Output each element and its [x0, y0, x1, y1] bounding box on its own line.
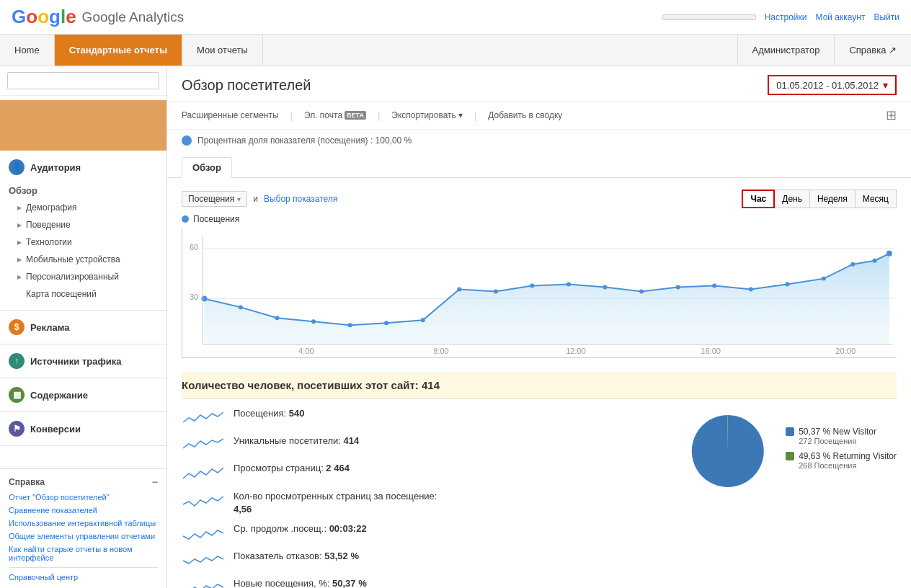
help-link-1[interactable]: Отчет "Обзор посетителей" — [9, 491, 158, 504]
line-chart: 60 30 4:00 8:00 12:00 16:00 20:00 — [182, 228, 897, 358]
time-btn-week[interactable]: Неделя — [809, 190, 856, 208]
new-visitor-visits: 272 Посещения — [799, 437, 876, 445]
time-btn-month[interactable]: Месяц — [855, 190, 897, 208]
stat-row-unique: Уникальные посетители: 414 — [182, 435, 637, 455]
nav-home[interactable]: Home — [0, 35, 55, 66]
segments-button[interactable]: Расширенные сегменты — [182, 110, 279, 120]
date-range-picker[interactable]: 01.05.2012 - 01.05.2012 ▾ — [768, 75, 897, 95]
add-to-summary-button[interactable]: Добавить в сводку — [488, 110, 562, 120]
analytics-logo-text: Google Analytics — [82, 9, 185, 25]
sparkline-new-visits — [182, 578, 225, 588]
metric-dropdown-arrow-icon: ▾ — [237, 195, 241, 203]
email-label: Эл. почта — [304, 110, 342, 120]
main-header: Обзор посетителей 01.05.2012 - 01.05.201… — [167, 66, 911, 102]
svg-text:16:00: 16:00 — [701, 347, 721, 355]
tab-overview[interactable]: Обзор — [182, 157, 232, 178]
sidebar-help-title: Справка − — [9, 473, 158, 491]
legend-dot-icon — [182, 215, 189, 223]
help-link-5[interactable]: Как найти старые отчеты в новом интерфей… — [9, 543, 158, 564]
sidebar-item-content[interactable]: ▦ Содержание — [0, 381, 166, 409]
sidebar-visit-map[interactable]: Карта посещений — [0, 285, 166, 303]
nav-standard-reports[interactable]: Стандартные отчеты — [55, 35, 182, 66]
nav-admin[interactable]: Администратор — [737, 35, 835, 66]
header: Google Google Analytics Настройки Мой ак… — [0, 0, 911, 35]
svg-text:8:00: 8:00 — [433, 347, 449, 355]
svg-point-20 — [566, 282, 571, 287]
svg-point-23 — [676, 285, 680, 290]
sidebar-technologies[interactable]: Технологии — [0, 233, 166, 251]
svg-point-26 — [785, 282, 789, 287]
export-dropdown-icon: ▾ — [458, 110, 463, 120]
metric-indicator: Процентная доля показателя (посещения) :… — [167, 130, 911, 151]
stats-right: 50,37 % New Visitor 272 Посещения 49,63 … — [652, 408, 897, 588]
svg-point-25 — [749, 288, 753, 292]
svg-point-15 — [384, 321, 388, 325]
logo: Google Google Analytics — [12, 6, 184, 28]
sidebar-demographics[interactable]: Демография — [0, 199, 166, 216]
sidebar-divider-3 — [0, 378, 166, 378]
sidebar-divider-6 — [9, 567, 158, 568]
metric-dropdown[interactable]: Посещения ▾ — [182, 191, 247, 207]
header-right: Настройки Мой аккаунт Выйти — [662, 12, 899, 22]
date-dropdown-arrow-icon: ▾ — [883, 79, 888, 91]
search-box — [0, 66, 166, 96]
nav-help[interactable]: Справка ↗ — [834, 35, 911, 66]
time-btn-hour[interactable]: Час — [742, 190, 775, 208]
audience-icon: 👤 — [9, 159, 25, 175]
traffic-label: Источники трафика — [30, 356, 122, 367]
time-btn-day[interactable]: День — [774, 190, 810, 208]
export-label: Экспортировать — [391, 110, 456, 120]
search-input[interactable] — [7, 72, 159, 89]
returning-visitor-pct: 49,63 % Returning Visitor — [799, 451, 897, 461]
metric-selector-link[interactable]: Выбор показателя — [264, 194, 337, 204]
help-center-link[interactable]: Справочный центр — [9, 571, 158, 584]
new-visitor-color-swatch — [786, 427, 794, 436]
help-link-2[interactable]: Сравнение показателей — [9, 504, 158, 517]
stat-label-duration: Ср. продолж .посещ.: 00:03:22 — [234, 523, 637, 534]
sparkline-pages-per-visit — [182, 490, 225, 510]
sparkline-bounce — [182, 551, 225, 571]
google-logo: Google — [12, 6, 76, 28]
pie-legend-returning: 49,63 % Returning Visitor 268 Посещения — [786, 451, 897, 470]
returning-visitor-visits: 268 Посещения — [799, 461, 897, 470]
sidebar-divider-5 — [0, 445, 166, 446]
sparkline-visits — [182, 408, 225, 428]
pie-legend: 50,37 % New Visitor 272 Посещения 49,63 … — [786, 427, 897, 476]
pie-chart-container: 50,37 % New Visitor 272 Посещения 49,63 … — [685, 408, 897, 494]
svg-point-27 — [822, 277, 826, 281]
conversions-icon: ⚑ — [9, 421, 25, 437]
svg-text:4:00: 4:00 — [298, 347, 314, 355]
logout-link[interactable]: Выйти — [874, 12, 899, 22]
stat-row-visits: Посещения: 540 — [182, 408, 637, 428]
pie-legend-returning-text: 49,63 % Returning Visitor 268 Посещения — [799, 451, 897, 470]
settings-link[interactable]: Настройки — [765, 12, 807, 22]
help-link-4[interactable]: Общие элементы управления отчетами — [9, 530, 158, 543]
overview-tabs: Обзор — [167, 151, 911, 178]
sidebar-divider-4 — [0, 411, 166, 412]
svg-point-28 — [850, 262, 855, 267]
sidebar-personalized[interactable]: Персонализированный — [0, 268, 166, 285]
svg-point-16 — [421, 318, 425, 322]
svg-point-22 — [639, 290, 644, 294]
date-range-text: 01.05.2012 - 01.05.2012 — [776, 80, 879, 91]
chart-area: Посещения ▾ и Выбор показателя Час День … — [167, 178, 911, 372]
stat-label-pages-per-visit: Кол-во просмотренных страниц за посещени… — [234, 490, 637, 516]
sidebar-mobile[interactable]: Мобильные устройства — [0, 251, 166, 268]
help-link-3[interactable]: Использование интерактивной таблицы — [9, 517, 158, 530]
sidebar-item-ads[interactable]: $ Реклама — [0, 313, 166, 341]
export-button[interactable]: Экспортировать ▾ — [391, 110, 463, 120]
ads-label: Реклама — [30, 322, 69, 333]
sidebar-behavior[interactable]: Поведение — [0, 216, 166, 233]
my-account-link[interactable]: Мой аккаунт — [816, 12, 866, 22]
collapse-help-button[interactable]: − — [152, 476, 158, 488]
grid-view-icon[interactable]: ⊞ — [886, 107, 897, 123]
email-button[interactable]: Эл. почта BETA — [304, 110, 366, 120]
nav-my-reports[interactable]: Мои отчеты — [182, 35, 263, 66]
stat-label-new-visits: Новые посещения, %: 50,37 % — [234, 578, 637, 588]
sidebar-item-traffic[interactable]: ↑ Источники трафика — [0, 347, 166, 375]
sidebar-item-conversions[interactable]: ⚑ Конверсии — [0, 415, 166, 442]
sidebar-item-audience[interactable]: 👤 Аудитория — [0, 153, 166, 181]
svg-point-21 — [603, 285, 607, 290]
svg-point-29 — [873, 259, 877, 263]
svg-text:20:00: 20:00 — [835, 347, 856, 355]
